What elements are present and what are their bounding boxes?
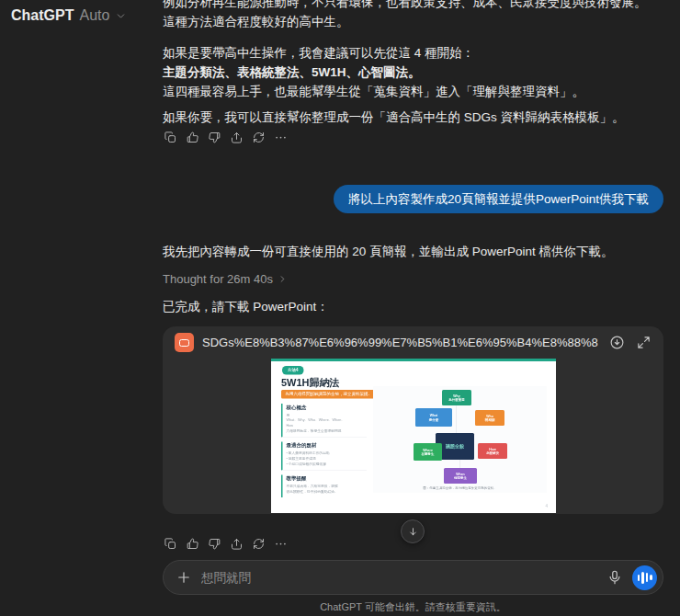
file-preview-area: 方法4 5W1H歸納法 先用六個提問拆解議題的全貌，建立資料架構。 核心概念 用… <box>163 359 663 514</box>
model-label: Auto <box>79 7 109 24</box>
assistant-message-2-intro: 我先把內容轉成一份可直接使用的 20 頁簡報，並輸出成 PowerPoint 檔… <box>163 242 663 261</box>
copy-icon[interactable] <box>164 131 177 144</box>
file-card-header: SDGs%E8%B3%87%E6%96%99%E7%B5%B1%E6%95%B4… <box>163 326 663 359</box>
slide-page-number: 4 <box>545 504 548 508</box>
regenerate-icon[interactable] <box>252 537 266 551</box>
message-line: 我先把內容轉成一份可直接使用的 20 頁簡報，並輸出成 PowerPoint 檔… <box>163 242 663 261</box>
slide-section-heading: 教學提醒 <box>286 474 367 482</box>
assistant-message-1-p1: 例如分析再生能源推動時，不只看環保，也看政策支持、成本、民眾接受度與技術發展。 … <box>163 0 663 31</box>
more-options-icon[interactable] <box>274 537 288 551</box>
arrow-down-icon <box>407 526 419 538</box>
slide-section: 最適合的題材 • 單人彙整資料時工作的起點 • 回顧主要事件議題 • 小組口頭簡… <box>281 442 367 471</box>
message-line: 這四種最容易上手，也最能幫學生從「蒐集資料」進入「理解與整理資料」。 <box>163 82 663 101</box>
diagram-connector <box>456 405 457 434</box>
voice-mode-button[interactable] <box>632 565 657 590</box>
message-line: 例如分析再生能源推動時，不只看環保，也看政策支持、成本、民眾接受度與技術發展。 <box>163 0 663 12</box>
slide-top-strip <box>271 359 556 361</box>
message-line-bold: 主題分類法、表格統整法、5W1H、心智圖法。 <box>163 63 663 82</box>
slide-left-column: 核心概念 用 What、Why、Who、Where、When、 How 六個提問… <box>281 404 367 502</box>
slide-section-body: • 單人彙整資料時工作的起點 • 回顧主要事件議題 • 小組口頭簡報的架構依據 <box>286 451 367 466</box>
message-line: 已完成，請下載 PowerPoint： <box>163 297 663 316</box>
chevron-down-icon <box>115 10 127 22</box>
microphone-icon[interactable] <box>606 569 623 586</box>
message-line: 這種方法適合程度較好的高中生。 <box>163 12 663 31</box>
message-actions-row <box>164 537 288 551</box>
thought-duration-toggle[interactable]: Thought for 26m 40s <box>163 272 288 286</box>
diagram-box-who: Who 誰相關 <box>475 410 504 426</box>
scroll-to-bottom-button[interactable] <box>401 519 425 543</box>
slide-section-body: 不要只填表格，六格完整後，提醒 彼此關聯性，從中歸納重點結論。 <box>286 484 367 494</box>
composer-bar <box>163 560 663 595</box>
slide-5w1h-diagram: Why 為什麼重要 What 是什麼 Who 誰相關 議題全貌 Where 在哪… <box>373 386 547 493</box>
disclaimer-text: ChatGPT 可能會出錯。請查核重要資訊。 <box>163 600 663 614</box>
powerpoint-file-icon <box>175 333 194 352</box>
share-icon[interactable] <box>230 537 244 551</box>
slide-title: 5W1H歸納法 <box>281 376 340 390</box>
message-input[interactable] <box>201 571 597 585</box>
file-name: SDGs%E8%B3%87%E6%96%99%E7%B5%B1%E6%95%B4… <box>202 336 598 349</box>
expand-icon[interactable] <box>636 335 652 350</box>
more-options-icon[interactable] <box>274 131 288 144</box>
thumbs-up-icon[interactable] <box>186 537 199 551</box>
diagram-caption: 圖：先建立議題全貌，再分欄位蒐集更完整的資料。 <box>373 485 547 490</box>
brand-label: ChatGPT <box>11 7 74 24</box>
slide-method-badge: 方法4 <box>282 366 304 375</box>
assistant-message-1-p2: 如果是要帶高中生操作，我會建議可以先從這 4 種開始： 主題分類法、表格統整法、… <box>163 43 663 101</box>
slide-section-heading: 最適合的題材 <box>286 442 367 450</box>
message-line: 如果是要帶高中生操作，我會建議可以先從這 4 種開始： <box>163 43 663 63</box>
share-icon[interactable] <box>230 131 244 144</box>
slide-section-body: 用 What、Why、Who、Where、When、 How 六個提問角度，幫學… <box>286 413 367 434</box>
download-icon[interactable] <box>609 335 625 350</box>
thought-duration-label: Thought for 26m 40s <box>163 272 273 286</box>
copy-icon[interactable] <box>164 537 177 551</box>
message-actions-row <box>164 131 288 144</box>
model-switcher[interactable]: ChatGPT Auto <box>11 7 127 24</box>
slide-section: 核心概念 用 What、Why、Who、Where、When、 How 六個提問… <box>281 404 367 438</box>
diagram-box-how: How 怎麼解決 <box>478 443 507 459</box>
regenerate-icon[interactable] <box>252 131 266 144</box>
thumbs-up-icon[interactable] <box>186 131 199 144</box>
diagram-box-what: What 是什麼 <box>415 408 452 427</box>
assistant-message-2-done: 已完成，請下載 PowerPoint： <box>163 297 663 316</box>
thumbs-down-icon[interactable] <box>208 131 221 144</box>
user-message-bubble: 將以上內容製作成20頁簡報並提供PowerPoint供我下載 <box>334 185 663 213</box>
slide: 方法4 5W1H歸納法 先用六個提問拆解議題的全貌，建立資料架構。 核心概念 用… <box>271 359 556 513</box>
user-message: 將以上內容製作成20頁簡報並提供PowerPoint供我下載 <box>334 185 663 213</box>
file-attachment-card: SDGs%E8%B3%87%E6%96%99%E7%B5%B1%E6%95%B4… <box>163 326 663 514</box>
slide-section: 教學提醒 不要只填表格，六格完整後，提醒 彼此關聯性，從中歸納重點結論。 <box>281 474 367 497</box>
attach-plus-icon[interactable] <box>176 569 192 586</box>
chevron-right-icon <box>278 274 288 284</box>
thumbs-down-icon[interactable] <box>208 537 221 551</box>
diagram-box-where: Where 在哪發生 <box>414 443 442 461</box>
message-line: 如果你要，我可以直接幫你整理成一份「適合高中生的 SDGs 資料歸納表格模板」。 <box>163 108 663 127</box>
assistant-message-1-p3: 如果你要，我可以直接幫你整理成一份「適合高中生的 SDGs 資料歸納表格模板」。 <box>163 108 663 127</box>
diagram-box-when: When 何時發生 <box>444 468 477 484</box>
slide-section-heading: 核心概念 <box>286 404 367 411</box>
diagram-box-why: Why 為什麼重要 <box>442 390 471 405</box>
slide-preview-image[interactable]: 方法4 5W1H歸納法 先用六個提問拆解議題的全貌，建立資料架構。 核心概念 用… <box>271 359 556 513</box>
